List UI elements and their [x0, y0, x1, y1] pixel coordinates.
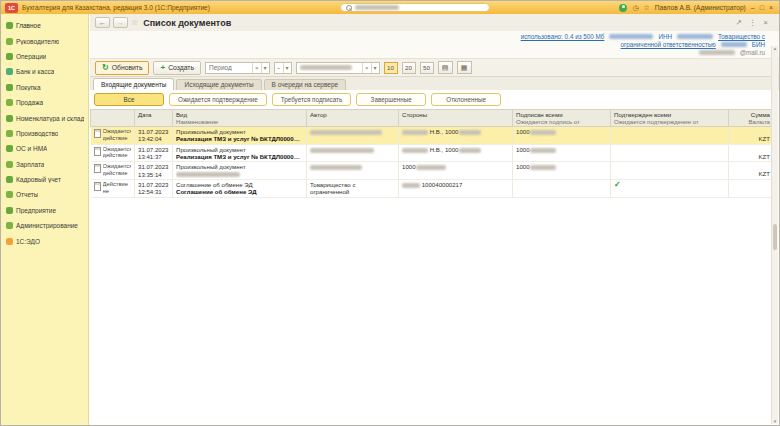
minimize-icon[interactable]: –	[751, 4, 755, 11]
period-field[interactable]: × ▾	[205, 62, 270, 74]
col-kind[interactable]: ВидНаименование	[173, 110, 307, 127]
combo-dropdown-icon[interactable]: ▾	[283, 63, 291, 73]
redacted-sign	[530, 148, 556, 153]
filter-awaiting-confirmation[interactable]: Ожидается подтверждение	[169, 93, 267, 106]
sidebar-item-inventory[interactable]: Номенклатура и склад	[1, 110, 88, 125]
sidebar-item-enterprise[interactable]: Предприятие	[1, 203, 88, 218]
redacted-party	[402, 183, 420, 188]
back-button[interactable]: ←	[95, 17, 110, 28]
sidebar-item-label: Банк и касса	[16, 68, 54, 75]
period-clear-icon[interactable]: ×	[252, 63, 261, 73]
table-row[interactable]: Ожидается действие 31.07.202313:41:37 Пр…	[91, 144, 774, 162]
sidebar-item-fixed-assets[interactable]: ОС и НМА	[1, 141, 88, 156]
org-link-line1[interactable]: Товарищество с	[718, 33, 765, 40]
maximize-icon[interactable]: □	[760, 4, 764, 11]
col-status[interactable]	[91, 110, 135, 127]
sidebar-item-production[interactable]: Производство	[1, 126, 88, 141]
open-in-window-icon[interactable]: ↗	[736, 18, 742, 27]
redacted-party	[459, 130, 481, 135]
filter-all[interactable]: Все	[94, 93, 164, 106]
col-sum[interactable]: СуммаВалюта	[729, 110, 774, 127]
cell-parties: Н.В., 1000	[399, 127, 513, 145]
sidebar-item-salary[interactable]: Зарплата	[1, 157, 88, 172]
redacted-email	[699, 50, 735, 55]
vertical-scrollbar[interactable]: ▲ ▼	[771, 46, 778, 424]
sidebar-item-label: 1С:ЭДО	[16, 238, 40, 245]
scrollbar-thumb[interactable]	[773, 224, 777, 250]
period-input[interactable]	[206, 64, 252, 71]
redacted-org-name	[609, 34, 653, 39]
org-link-line2[interactable]: ограниченной ответственностью	[621, 41, 716, 48]
more-icon[interactable]: ⋮	[749, 18, 757, 27]
sidebar-item-purchase[interactable]: Покупка	[1, 80, 88, 95]
scroll-up-icon[interactable]: ▲	[772, 46, 778, 51]
usage-link[interactable]: использовано: 0.4 из 500 Мб	[521, 33, 605, 40]
sidebar-item-bank-cash[interactable]: Банк и касса	[1, 64, 88, 79]
refresh-button[interactable]: ↻ Обновить	[95, 61, 149, 75]
user-icon[interactable]	[619, 4, 627, 12]
forward-button[interactable]: →	[113, 17, 128, 28]
email-suffix: @mail.ru	[740, 49, 765, 56]
col-date[interactable]: Дата	[135, 110, 173, 127]
sidebar-item-edo[interactable]: 1С:ЭДО	[1, 233, 88, 248]
cell-signed	[513, 179, 611, 197]
list-view-button[interactable]: ▤	[438, 61, 453, 74]
sidebar-item-sales[interactable]: Продажа	[1, 95, 88, 110]
sidebar-item-manager[interactable]: Руководителю	[1, 33, 88, 48]
sidebar-item-label: Продажа	[16, 99, 43, 106]
col-confirmed[interactable]: Подтвержден всемиОжидается подтверждение…	[611, 110, 729, 127]
compare-combo[interactable]: - ▾	[274, 62, 292, 74]
table-row[interactable]: Ожидается действие 31.07.202313:35:14 Пр…	[91, 162, 774, 180]
doc-kind-field[interactable]: × ▾	[296, 62, 380, 74]
filter-completed[interactable]: Завершенные	[356, 93, 426, 106]
filter-needs-signature[interactable]: Требуется подписать	[272, 93, 351, 106]
scroll-down-icon[interactable]: ▼	[772, 419, 778, 424]
doc-kind-dropdown-icon[interactable]: ▾	[371, 63, 379, 73]
cell-parties: Н.В., 1000	[399, 144, 513, 162]
redacted-search-text	[355, 5, 399, 10]
period-dropdown-icon[interactable]: ▾	[261, 63, 269, 73]
cell-author: Товарищество с ограниченной ответственно…	[307, 179, 399, 197]
table-row[interactable]: Действие не требуется 31.07.202312:54:31…	[91, 179, 774, 197]
col-signed[interactable]: Подписан всемиОжидается подпись от	[513, 110, 611, 127]
tab-incoming[interactable]: Входящие документы	[93, 78, 174, 90]
filter-rejected[interactable]: Отклоненные	[431, 93, 501, 106]
sidebar-item-main[interactable]: Главное	[1, 18, 88, 33]
table-row[interactable]: Ожидается действие 31.07.202313:42:04 Пр…	[91, 127, 774, 145]
cell-kind: Произвольный документ	[173, 162, 307, 180]
page-size-10-button[interactable]: 10	[384, 62, 398, 74]
history-icon[interactable]: ◷	[632, 4, 638, 12]
favorite-star-icon[interactable]: ☆	[131, 18, 138, 27]
redacted-author	[310, 148, 374, 153]
close-form-icon[interactable]: ×	[764, 18, 768, 27]
col-author[interactable]: Автор	[307, 110, 399, 127]
global-search-input[interactable]	[340, 3, 490, 12]
close-icon[interactable]: ×	[769, 4, 773, 11]
tab-server-queue[interactable]: В очереди на сервере	[264, 79, 347, 90]
sidebar-item-administration[interactable]: Администрирование	[1, 218, 88, 233]
cell-confirmed	[611, 127, 729, 145]
form-header: ← → ☆ Список документов ↗ ⋮ ×	[90, 14, 779, 31]
create-button[interactable]: + Создать	[153, 61, 201, 75]
col-parties[interactable]: Стороны	[399, 110, 513, 127]
cell-author	[307, 144, 399, 162]
refresh-label: Обновить	[112, 64, 143, 71]
sidebar-item-operations[interactable]: Операции	[1, 49, 88, 64]
sidebar-item-hr[interactable]: Кадровый учет	[1, 172, 88, 187]
hr-icon	[6, 176, 13, 183]
current-user[interactable]: Павлов А.В. (Администратор)	[655, 4, 746, 11]
doc-kind-clear-icon[interactable]: ×	[362, 63, 371, 73]
search-icon	[346, 5, 352, 11]
page-size-50-button[interactable]: 50	[420, 62, 434, 74]
salary-icon	[6, 161, 13, 168]
favorites-icon[interactable]: ☆	[644, 4, 650, 12]
sidebar-item-reports[interactable]: Отчеты	[1, 187, 88, 202]
redacted-doc-name	[176, 172, 240, 177]
status-filters: Все Ожидается подтверждение Требуется по…	[90, 90, 779, 109]
cell-signed: 1000	[513, 127, 611, 145]
page-size-20-button[interactable]: 20	[402, 62, 416, 74]
cell-kind: Произвольный документРеализация ТМЗ и ус…	[173, 127, 307, 145]
sidebar-item-label: Администрирование	[16, 222, 78, 229]
tab-outgoing[interactable]: Исходящие документы	[176, 79, 261, 90]
grid-view-button[interactable]: ▦	[457, 61, 472, 74]
